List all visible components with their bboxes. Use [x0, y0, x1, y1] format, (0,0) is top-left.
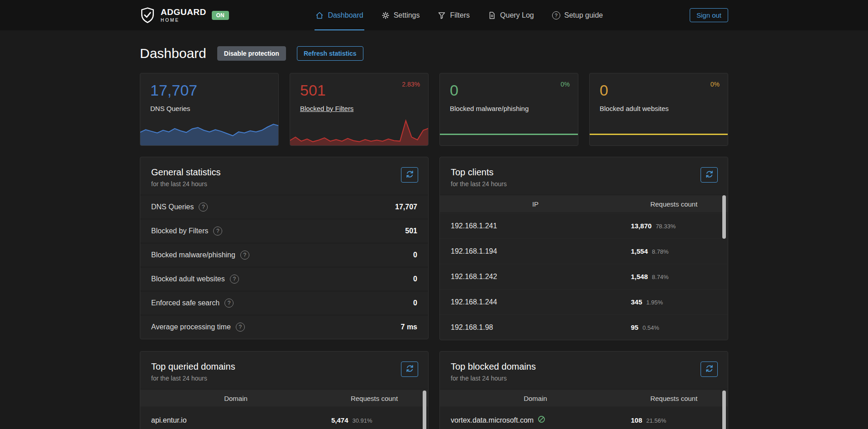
request-count: 95 — [631, 323, 639, 331]
client-ip: 192.168.1.244 — [451, 298, 631, 306]
stats-row-value: 0 — [413, 251, 417, 259]
column-header-domain: Domain — [440, 395, 631, 402]
stats-row: Enforced safe search?0 — [140, 291, 428, 315]
request-percent: 1.95% — [646, 299, 663, 306]
stats-row-label: Enforced safe search — [151, 299, 219, 307]
dns-queries-sparkline — [140, 115, 279, 145]
stats-row-value: 501 — [405, 227, 417, 235]
stat-cards-row: 17,707 DNS Queries 501 Blocked by Filter… — [140, 73, 728, 146]
help-icon[interactable]: ? — [230, 275, 239, 284]
help-icon[interactable]: ? — [224, 299, 234, 308]
blocked-filters-percent: 2.83% — [402, 81, 420, 88]
stat-card-blocked-by-filters: 501 Blocked by Filters 2.83% — [290, 73, 429, 146]
refresh-statistics-button[interactable]: Refresh statistics — [297, 46, 363, 61]
domain-name: api.entur.io — [151, 416, 331, 424]
stats-row-value: 17,707 — [395, 203, 417, 211]
adguard-shield-logo-icon — [140, 7, 155, 24]
card-title: Top blocked domains — [451, 362, 717, 372]
table-row: 192.168.1.241 13,87078.33% — [440, 213, 728, 238]
page-title: Dashboard — [140, 46, 206, 61]
stats-row-label: Blocked malware/phishing — [151, 251, 235, 259]
nav-label: Settings — [394, 11, 420, 19]
stats-row: Blocked adult websites?0 — [140, 267, 428, 291]
stats-row: Blocked malware/phishing?0 — [140, 243, 428, 267]
request-count: 1,554 — [631, 247, 648, 255]
sign-out-button[interactable]: Sign out — [690, 8, 728, 22]
domain-name: vortex.data.microsoft.com — [451, 416, 534, 424]
nav-setup-guide[interactable]: ? Setup guide — [551, 0, 604, 30]
stats-row-label: Blocked adult websites — [151, 275, 225, 283]
refresh-icon — [406, 170, 414, 179]
nav-query-log[interactable]: Query Log — [487, 0, 535, 30]
brand: ADGUARD HOME ON — [140, 7, 229, 24]
nav-dashboard[interactable]: Dashboard — [315, 0, 364, 30]
table-row: 192.168.1.242 1,5488.74% — [440, 264, 728, 289]
request-percent: 8.78% — [652, 248, 669, 255]
refresh-button[interactable] — [401, 362, 418, 377]
scrollbar-thumb[interactable] — [423, 390, 426, 429]
client-ip: 192.168.1.98 — [451, 323, 631, 332]
nav-filters[interactable]: Filters — [437, 0, 471, 30]
request-count: 13,870 — [631, 222, 652, 230]
help-icon[interactable]: ? — [213, 227, 222, 236]
gear-icon — [382, 11, 390, 19]
help-icon[interactable]: ? — [199, 202, 208, 212]
nav-label: Query Log — [500, 11, 534, 19]
client-ip: 192.168.1.194 — [451, 247, 631, 255]
help-icon[interactable]: ? — [240, 251, 249, 260]
card-subtitle: for the last 24 hours — [451, 180, 717, 188]
blocked-adult-label: Blocked adult websites — [600, 105, 669, 112]
column-header-requests: Requests count — [631, 395, 728, 402]
scrollbar-thumb[interactable] — [722, 195, 726, 239]
refresh-button[interactable] — [701, 167, 718, 183]
request-count: 1,548 — [631, 273, 648, 280]
general-statistics-card: General statistics for the last 24 hours… — [140, 157, 429, 339]
brand-subtitle: HOME — [161, 18, 206, 23]
card-title: Top clients — [451, 167, 717, 178]
table-header: IP Requests count — [440, 195, 728, 213]
nav-settings[interactable]: Settings — [381, 0, 421, 30]
request-percent: 8.74% — [652, 274, 669, 280]
table-row: 192.168.1.98 950.54% — [440, 314, 728, 340]
card-subtitle: for the last 24 hours — [151, 180, 417, 188]
stats-row: DNS Queries?17,707 — [140, 195, 428, 219]
column-header-requests: Requests count — [631, 200, 728, 208]
refresh-icon — [706, 365, 713, 374]
refresh-button[interactable] — [401, 167, 418, 183]
general-statistics-rows: DNS Queries?17,707 Blocked by Filters?50… — [140, 195, 428, 339]
blocked-adult-sparkline — [589, 115, 728, 145]
stats-row-value: 0 — [413, 275, 417, 283]
client-ip: 192.168.1.241 — [451, 222, 631, 230]
stats-row-label: Blocked by Filters — [151, 227, 208, 235]
brand-name: ADGUARD — [161, 8, 206, 16]
card-subtitle: for the last 24 hours — [151, 375, 417, 382]
card-title: General statistics — [151, 167, 417, 178]
help-icon[interactable]: ? — [236, 323, 245, 332]
refresh-button[interactable] — [701, 362, 718, 377]
disable-protection-button[interactable]: Disable protection — [217, 46, 286, 61]
request-percent: 21.56% — [646, 417, 666, 424]
question-icon: ? — [552, 11, 560, 19]
table-row: 192.168.1.194 1,5548.78% — [440, 238, 728, 264]
stats-row: Blocked by Filters?501 — [140, 219, 428, 243]
stat-card-blocked-malware: 0 Blocked malware/phishing 0% — [439, 73, 578, 146]
stats-row-value: 7 ms — [401, 323, 417, 331]
table-row: vortex.data.microsoft.com 10821.56% — [440, 407, 728, 429]
dns-queries-value: 17,707 — [150, 82, 278, 99]
column-header-domain: Domain — [140, 395, 331, 402]
card-subtitle: for the last 24 hours — [451, 375, 717, 382]
blocked-filters-link[interactable]: Blocked by Filters — [300, 105, 353, 112]
refresh-icon — [706, 170, 713, 179]
table-header: Domain Requests count — [140, 389, 428, 407]
stats-row-value: 0 — [413, 299, 417, 307]
stats-row-label: DNS Queries — [151, 203, 194, 211]
request-count: 345 — [631, 298, 642, 306]
refresh-icon — [406, 365, 414, 374]
blocked-adult-value: 0 — [600, 82, 728, 99]
blocked-malware-sparkline — [439, 115, 578, 145]
scrollbar-thumb[interactable] — [722, 390, 726, 429]
blocked-malware-label: Blocked malware/phishing — [450, 105, 529, 112]
blocked-icon — [538, 415, 545, 425]
request-percent: 30.91% — [353, 417, 372, 424]
stat-card-dns-queries: 17,707 DNS Queries — [140, 73, 279, 146]
